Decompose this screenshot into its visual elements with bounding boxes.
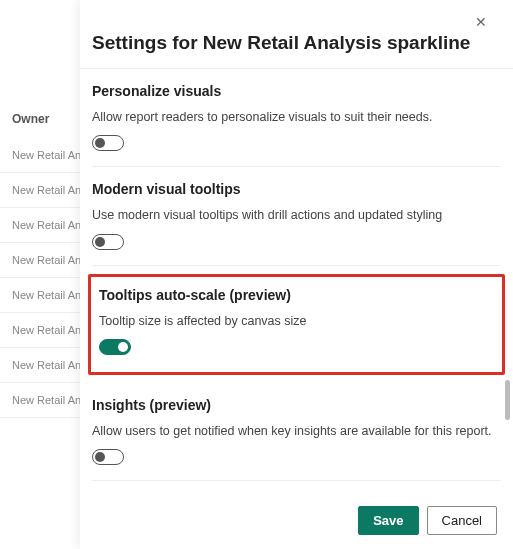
list-item: New Retail Ana	[0, 138, 80, 173]
section-title: Modern visual tooltips	[92, 181, 501, 197]
section-title: Tooltips auto-scale (preview)	[99, 287, 494, 303]
section-modern-tooltips: Modern visual tooltips Use modern visual…	[92, 167, 501, 265]
cancel-button[interactable]: Cancel	[427, 506, 497, 535]
list-item: New Retail Ana	[0, 278, 80, 313]
section-desc: Allow users to get notified when key ins…	[92, 423, 501, 439]
section-title: Default summarizations	[92, 495, 501, 496]
list-item: New Retail Ana	[0, 383, 80, 418]
section-default-summarizations: Default summarizations For aggregated fi…	[92, 481, 501, 496]
section-title: Personalize visuals	[92, 83, 501, 99]
panel-header: Settings for New Retail Analysis sparkli…	[80, 0, 513, 69]
background-list: New Retail Ana New Retail Ana New Retail…	[0, 0, 80, 418]
list-item: New Retail Ana	[0, 348, 80, 383]
section-insights: Insights (preview) Allow users to get no…	[92, 383, 501, 481]
list-item: New Retail Ana	[0, 313, 80, 348]
toggle-modern-tooltips[interactable]	[92, 234, 124, 250]
section-desc: Tooltip size is affected by canvas size	[99, 313, 494, 329]
scrollbar-thumb[interactable]	[505, 380, 510, 420]
toggle-tooltips-autoscale[interactable]	[99, 339, 131, 355]
list-item: New Retail Ana	[0, 243, 80, 278]
toggle-personalize-visuals[interactable]	[92, 135, 124, 151]
section-desc: Allow report readers to personalize visu…	[92, 109, 501, 125]
section-title: Insights (preview)	[92, 397, 501, 413]
panel-footer: Save Cancel	[80, 496, 513, 549]
toggle-insights[interactable]	[92, 449, 124, 465]
highlighted-section: Tooltips auto-scale (preview) Tooltip si…	[88, 274, 505, 375]
close-icon[interactable]: ✕	[471, 14, 491, 30]
settings-panel: Settings for New Retail Analysis sparkli…	[80, 0, 513, 549]
list-item: New Retail Ana	[0, 208, 80, 243]
panel-body: Personalize visuals Allow report readers…	[80, 69, 513, 496]
section-personalize-visuals: Personalize visuals Allow report readers…	[92, 69, 501, 167]
section-desc: Use modern visual tooltips with drill ac…	[92, 207, 501, 223]
list-item: New Retail Ana	[0, 173, 80, 208]
panel-title: Settings for New Retail Analysis sparkli…	[92, 32, 470, 54]
save-button[interactable]: Save	[358, 506, 418, 535]
